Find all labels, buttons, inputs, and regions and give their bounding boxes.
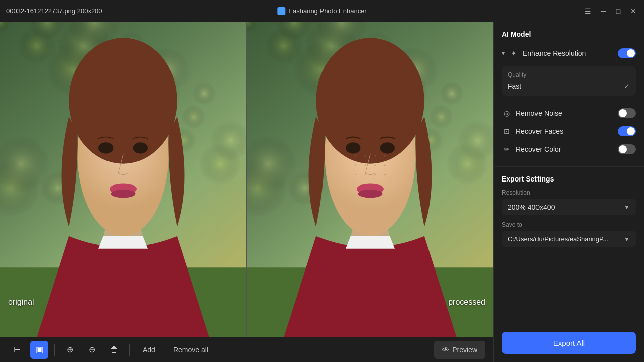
color-label: Recover Color <box>516 145 614 153</box>
quality-section: Quality Fast ✓ <box>502 66 636 96</box>
titlebar-app-name: Easharing Photo Enhancer <box>277 7 366 15</box>
bottom-toolbar: ⊢ ▣ ⊕ ⊖ 🗑 Add Remove all 👁 Preview <box>0 337 493 362</box>
quality-value: Fast <box>508 82 521 90</box>
add-button[interactable]: Add <box>136 341 162 359</box>
save-path-selector[interactable]: C:/Users/du/Pictures/eaSharingP... ▼ <box>502 231 636 247</box>
save-to-label: Save to <box>502 221 636 228</box>
minimize-icon: ─ <box>601 8 606 15</box>
remove-all-button[interactable]: Remove all <box>166 341 216 359</box>
divider-1 <box>502 100 636 100</box>
recover-faces-item: ⊡ Recover Faces <box>502 122 636 140</box>
split-view-button[interactable]: ⊢ <box>8 341 26 359</box>
maximize-button[interactable]: □ <box>614 7 623 16</box>
zoom-in-icon: ⊕ <box>67 345 73 354</box>
trash-icon: 🗑 <box>110 345 118 354</box>
main-area: original processed ⊢ ▣ ⊕ ⊖ <box>0 22 644 362</box>
titlebar-filename: 00032-1612122737.png 200x200 <box>6 7 102 15</box>
enhance-label: Enhance Resolution <box>523 49 614 57</box>
preview-button[interactable]: 👁 Preview <box>434 341 485 359</box>
titlebar: 00032-1612122737.png 200x200 Easharing P… <box>0 0 644 22</box>
faces-label: Recover Faces <box>516 127 614 135</box>
enhance-icon: ✦ <box>509 48 519 58</box>
resolution-label: Resolution <box>502 189 636 196</box>
noise-icon: ◎ <box>502 108 512 118</box>
maximize-icon: □ <box>616 8 620 15</box>
toolbar-separator-2 <box>129 344 130 356</box>
export-settings-title: Export Settings <box>502 175 636 183</box>
quality-fast-option[interactable]: Fast ✓ <box>508 82 630 90</box>
preview-eye-icon: 👁 <box>442 346 449 354</box>
ai-model-section: AI Model ▾ ✦ Enhance Resolution Quality … <box>494 22 644 167</box>
right-panel: AI Model ▾ ✦ Enhance Resolution Quality … <box>493 22 644 362</box>
recover-color-item: ✏ Recover Color <box>502 140 636 158</box>
split-view-icon: ⊢ <box>14 345 21 354</box>
export-btn-wrapper: Export All <box>494 326 644 362</box>
resolution-dropdown-arrow: ▼ <box>624 204 630 211</box>
save-path-value: C:/Users/du/Pictures/eaSharingP... <box>508 235 624 243</box>
color-icon: ✏ <box>502 144 512 154</box>
enhance-resolution-item: ▾ ✦ Enhance Resolution <box>502 44 636 62</box>
menu-icon: ☰ <box>585 8 591 15</box>
original-image <box>0 22 246 337</box>
quality-label: Quality <box>508 71 630 78</box>
compare-view-icon: ▣ <box>36 345 43 354</box>
enhance-chevron[interactable]: ▾ <box>502 50 505 57</box>
processed-pane: processed <box>247 22 493 337</box>
image-area: original processed ⊢ ▣ ⊕ ⊖ <box>0 22 493 362</box>
toolbar-separator-1 <box>54 344 55 356</box>
trash-button[interactable]: 🗑 <box>105 341 123 359</box>
window-controls: ☰ ─ □ ✕ <box>584 7 638 16</box>
export-settings-section: Export Settings Resolution 200% 400x400 … <box>494 167 644 257</box>
image-container: original processed <box>0 22 493 337</box>
compare-view-button[interactable]: ▣ <box>30 341 48 359</box>
panel-spacer <box>494 257 644 326</box>
faces-icon: ⊡ <box>502 126 512 136</box>
zoom-in-button[interactable]: ⊕ <box>61 341 79 359</box>
save-path-arrow: ▼ <box>624 236 630 243</box>
zoom-out-button[interactable]: ⊖ <box>83 341 101 359</box>
ai-model-title: AI Model <box>502 30 636 38</box>
quality-check-icon: ✓ <box>624 82 630 90</box>
export-all-button[interactable]: Export All <box>502 332 636 354</box>
processed-image <box>247 22 493 337</box>
zoom-out-icon: ⊖ <box>89 345 95 354</box>
noise-label: Remove Noise <box>516 109 614 117</box>
remove-noise-item: ◎ Remove Noise <box>502 104 636 122</box>
enhance-toggle[interactable] <box>618 48 636 58</box>
resolution-dropdown[interactable]: 200% 400x400 ▼ <box>502 199 636 215</box>
app-icon <box>277 7 285 15</box>
noise-toggle[interactable] <box>618 108 636 118</box>
close-icon: ✕ <box>630 8 636 15</box>
resolution-value: 200% 400x400 <box>508 203 555 211</box>
color-toggle[interactable] <box>618 144 636 154</box>
menu-button[interactable]: ☰ <box>584 7 593 16</box>
faces-toggle[interactable] <box>618 126 636 136</box>
close-button[interactable]: ✕ <box>629 7 638 16</box>
minimize-button[interactable]: ─ <box>599 7 608 16</box>
original-pane: original <box>0 22 246 337</box>
